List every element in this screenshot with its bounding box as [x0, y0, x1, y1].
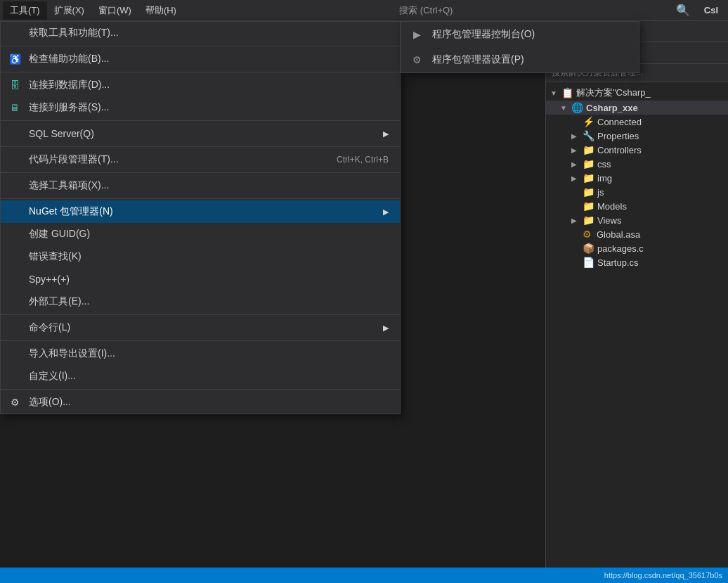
nuget-submenu: ▶ 程序包管理器控制台(O) ⚙ 程序包管理器设置(P): [401, 21, 639, 73]
file-name: packages.c: [597, 243, 644, 254]
chevron-icon: ▶: [571, 160, 580, 168]
menu-item-connect-server[interactable]: 🖥 连接到服务器(S)...: [1, 96, 400, 119]
search-icon[interactable]: 🔍: [669, 1, 697, 20]
file-name: Startup.cs: [597, 257, 639, 268]
menu-item-code-snippets[interactable]: 代码片段管理器(T)... Ctrl+K, Ctrl+B: [1, 148, 400, 171]
chevron-icon: ▶: [571, 146, 580, 154]
menu-extensions[interactable]: 扩展(X): [47, 1, 91, 20]
se-file-startup[interactable]: ▶ 📄 Startup.cs: [546, 255, 728, 269]
chevron-icon: ▼: [560, 104, 568, 112]
menu-item-spy[interactable]: Spy++(+): [1, 268, 400, 290]
separator: [1, 172, 400, 173]
menu-item-label: Spy++(+): [29, 274, 70, 285]
top-title: Csl: [697, 2, 725, 18]
se-folder-views[interactable]: ▶ 📁 Views: [546, 213, 728, 227]
menu-item-import-export[interactable]: 导入和导出设置(I)...: [1, 342, 400, 365]
menu-item-create-guid[interactable]: 创建 GUID(G): [1, 223, 400, 245]
folder-icon: 📁: [583, 172, 594, 184]
submenu-item-settings[interactable]: ⚙ 程序包管理器设置(P): [401, 47, 639, 72]
menu-item-label: NuGet 包管理器(N): [29, 205, 113, 218]
project-name: Csharp_xxe: [586, 103, 638, 113]
chevron-icon: ▼: [550, 89, 559, 97]
folder-name: Views: [597, 215, 621, 226]
solution-icon: 📋: [561, 87, 573, 98]
menu-help[interactable]: 帮助(H): [138, 1, 183, 20]
folder-name: Controllers: [597, 145, 642, 155]
connected-icon: ⚡: [583, 116, 594, 127]
file-icon: 📄: [583, 257, 594, 268]
folder-icon: 📁: [583, 214, 594, 226]
menu-item-toolbox[interactable]: 选择工具箱项(X)...: [1, 174, 400, 197]
solution-name: 解决方案"Csharp_: [576, 87, 651, 99]
menu-item-error-lookup[interactable]: 错误查找(K): [1, 245, 400, 268]
arrow-icon: ▶: [383, 129, 389, 139]
se-solution-root[interactable]: ▼ 📋 解决方案"Csharp_: [546, 85, 728, 101]
connected-label: Connected: [597, 117, 642, 127]
menu-item-sql-server[interactable]: SQL Server(Q) ▶: [1, 122, 400, 145]
gear-icon: ⚙: [408, 54, 425, 65]
file-icon: 📦: [583, 243, 594, 254]
se-folder-css[interactable]: ▶ 📁 css: [546, 157, 728, 171]
menu-item-inspect[interactable]: ♿ 检查辅助功能(B)...: [1, 48, 400, 70]
se-connected[interactable]: ▶ ⚡ Connected: [546, 115, 728, 129]
menu-item-label: 连接到数据库(D)...: [29, 79, 110, 91]
file-icon: ⚙: [583, 229, 594, 240]
chevron-icon: ▶: [571, 174, 580, 182]
submenu-item-console[interactable]: ▶ 程序包管理器控制台(O): [401, 22, 639, 47]
submenu-item-label: 程序包管理器控制台(O): [432, 28, 535, 41]
menu-item-label: 检查辅助功能(B)...: [29, 53, 109, 65]
file-name: Global.asa: [597, 229, 640, 240]
separator: [1, 340, 400, 341]
se-folder-js[interactable]: ▶ 📁 js: [546, 185, 728, 199]
separator: [1, 46, 400, 46]
se-folder-controllers[interactable]: ▶ 📁 Controllers: [546, 143, 728, 157]
menu-item-label: 获取工具和功能(T)...: [29, 27, 119, 39]
accessibility-icon: ♿: [6, 53, 23, 65]
folder-icon: 📁: [583, 144, 594, 155]
menu-bar: 工具(T) 扩展(X) 窗口(W) 帮助(H) 搜索 (Ctrl+Q) 🔍 Cs…: [0, 0, 728, 21]
folder-name: Models: [597, 201, 627, 212]
se-folder-models[interactable]: ▶ 📁 Models: [546, 199, 728, 213]
se-properties[interactable]: ▶ 🔧 Properties: [546, 129, 728, 143]
menu-item-label: 选择工具箱项(X)...: [29, 179, 109, 192]
se-folder-img[interactable]: ▶ 📁 img: [546, 171, 728, 185]
menu-item-nuget[interactable]: NuGet 包管理器(N) ▶: [1, 200, 400, 223]
search-box[interactable]: 搜索 (Ctrl+Q): [183, 4, 669, 17]
menu-item-label: 自定义(I)...: [29, 370, 76, 383]
se-file-global[interactable]: ▶ ⚙ Global.asa: [546, 227, 728, 241]
folder-icon: 📁: [583, 158, 594, 169]
menu-item-label: 创建 GUID(G): [29, 228, 90, 241]
chevron-icon: ▶: [571, 132, 580, 140]
menu-item-label: SQL Server(Q): [29, 128, 94, 139]
menu-item-options[interactable]: ⚙ 选项(O)...: [1, 391, 400, 414]
se-file-packages[interactable]: ▶ 📦 packages.c: [546, 241, 728, 255]
menu-item-label: 代码片段管理器(T)...: [29, 153, 119, 166]
properties-label: Properties: [597, 131, 639, 141]
menu-item-connect-db[interactable]: 🗄 连接到数据库(D)...: [1, 74, 400, 96]
gear-icon: ⚙: [6, 397, 23, 408]
status-url: https://blog.csdn.net/qq_35617b0s: [604, 571, 722, 579]
menu-item-customize[interactable]: 自定义(I)...: [1, 365, 400, 387]
se-tree: ▼ 📋 解决方案"Csharp_ ▼ 🌐 Csharp_xxe ▶ ⚡ Conn…: [546, 82, 728, 272]
shortcut-label: Ctrl+K, Ctrl+B: [337, 155, 389, 165]
separator: [1, 146, 400, 147]
menu-window[interactable]: 窗口(W): [91, 1, 138, 20]
folder-icon: 📁: [583, 186, 594, 198]
submenu-item-label: 程序包管理器设置(P): [432, 53, 524, 66]
menu-item-label: 外部工具(E)...: [29, 295, 89, 308]
folder-name: js: [597, 187, 604, 198]
separator: [1, 198, 400, 199]
se-project[interactable]: ▼ 🌐 Csharp_xxe: [546, 101, 728, 115]
folder-icon: 📁: [583, 200, 594, 212]
solution-explorer-panel: 解决方案资源管理器 ◀ ▶ ⌂ 📁 ⚙ 搜索解决方案资源管理... ▼ 📋 解决…: [545, 21, 728, 583]
menu-item-label: 选项(O)...: [29, 396, 71, 409]
menu-item-command-line[interactable]: 命令行(L) ▶: [1, 316, 400, 339]
db-icon: 🗄: [6, 79, 23, 91]
menu-tools[interactable]: 工具(T): [3, 1, 47, 20]
arrow-icon: ▶: [383, 323, 389, 333]
project-icon: 🌐: [571, 102, 583, 113]
separator: [1, 314, 400, 315]
menu-item-external-tools[interactable]: 外部工具(E)...: [1, 290, 400, 313]
menu-item-get-tools[interactable]: 获取工具和功能(T)...: [1, 22, 400, 44]
menu-item-label: 命令行(L): [29, 321, 70, 334]
